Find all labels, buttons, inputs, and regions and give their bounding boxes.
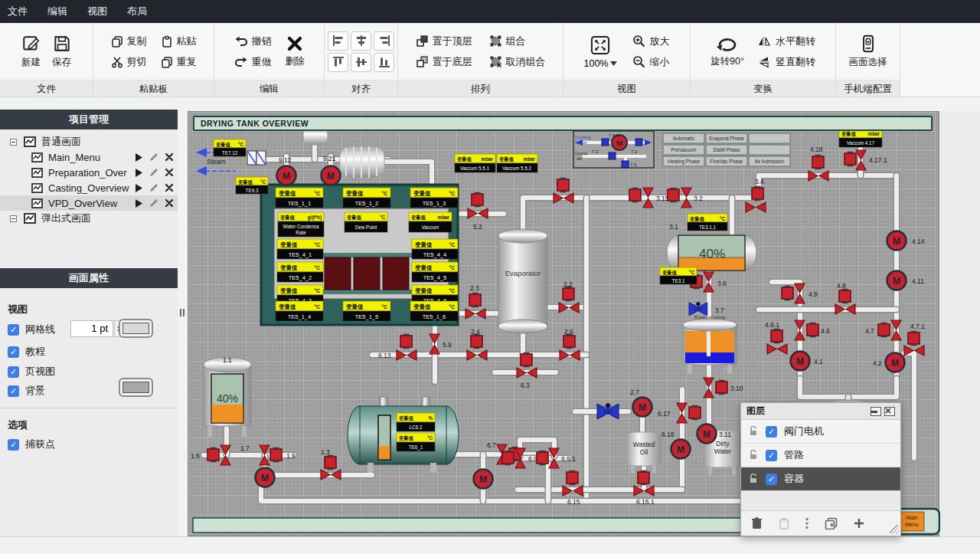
- svg-text:4.18: 4.18: [810, 146, 823, 153]
- screen-select-button[interactable]: 画面选择: [849, 34, 887, 69]
- evaporator-tank[interactable]: Evaporator: [498, 229, 547, 333]
- align-right-button[interactable]: [374, 31, 394, 51]
- scada-title-bar[interactable]: DRYING TANK OVERVIEW: [193, 116, 933, 131]
- align-top-button[interactable]: [328, 53, 348, 72]
- svg-text:Wasted: Wasted: [633, 441, 655, 448]
- align-left-button[interactable]: [328, 31, 348, 51]
- edit-pencil-icon[interactable]: [149, 183, 158, 192]
- run-icon[interactable]: [135, 153, 142, 162]
- menu-view[interactable]: 视图: [87, 5, 107, 18]
- redo-button[interactable]: 重做: [234, 55, 272, 69]
- layer-row-vessels[interactable]: ✓ 容器: [741, 467, 900, 491]
- toolbar-group-mobile-label: 手机端配置: [836, 80, 900, 97]
- screen-icon: [31, 152, 43, 162]
- gridline-color-swatch[interactable]: [119, 319, 153, 338]
- gridline-checkbox[interactable]: ✓: [8, 324, 19, 336]
- save-button[interactable]: 保存: [52, 34, 72, 69]
- unlock-icon[interactable]: [748, 450, 759, 461]
- tree-item-vpd-overview[interactable]: VPD_OverView: [0, 195, 178, 211]
- unlock-icon[interactable]: [748, 426, 759, 437]
- layer-visible-checkbox[interactable]: ✓: [766, 426, 777, 438]
- cooling-panel[interactable]: M Cooling Water Comp Air 7.6.1 7.3 7.2 7…: [573, 131, 654, 168]
- run-icon[interactable]: [135, 169, 142, 177]
- layers-panel-titlebar[interactable]: 图层: [741, 403, 900, 420]
- resize-handle[interactable]: [890, 525, 899, 534]
- flip-vertical-button[interactable]: 竖直翻转: [758, 55, 815, 69]
- delete-button[interactable]: 删除: [286, 34, 305, 68]
- svg-text:5.2: 5.2: [473, 223, 482, 231]
- heat-exchanger[interactable]: [247, 151, 266, 165]
- layer-row-piping[interactable]: ✓ 管路: [741, 444, 900, 467]
- ungroup-button[interactable]: 取消组合: [489, 55, 546, 69]
- duplicate-layer-icon[interactable]: [825, 517, 838, 529]
- add-layer-icon[interactable]: [854, 518, 864, 529]
- layer-visible-checkbox[interactable]: ✓: [766, 450, 777, 461]
- paste-icon[interactable]: [779, 517, 789, 529]
- gridline-width-input[interactable]: 1 pt: [70, 320, 113, 337]
- menu-edit[interactable]: 编辑: [47, 5, 67, 18]
- tank-1-1[interactable]: 1.1 40%: [204, 356, 251, 437]
- tree-item-preparation-overview[interactable]: Preparation_Over: [0, 165, 178, 180]
- snap-checkbox[interactable]: ✓: [8, 439, 19, 451]
- group-button[interactable]: 组合: [489, 34, 546, 48]
- zoom-caret-icon[interactable]: [610, 61, 617, 66]
- svg-text:3.2: 3.2: [694, 195, 703, 202]
- align-middle-v-button[interactable]: [351, 53, 371, 72]
- tree-group-popup-screens[interactable]: 弹出式画面: [0, 211, 178, 226]
- splitter-handle[interactable]: [180, 309, 186, 318]
- rotate-button[interactable]: 旋转90°: [710, 34, 744, 68]
- main-menu-button[interactable]: Main Menu: [897, 509, 939, 534]
- new-button[interactable]: 新建: [21, 34, 41, 69]
- svg-text:mbar: mbar: [868, 131, 880, 136]
- collapse-icon[interactable]: [10, 139, 17, 146]
- phase-button-grid[interactable]: Automatic Evaporat.Phase PreVacuum Disti…: [663, 133, 790, 166]
- background-color-swatch[interactable]: [119, 378, 153, 397]
- bring-to-front-button[interactable]: 置于顶层: [416, 34, 472, 48]
- more-icon[interactable]: [805, 517, 808, 529]
- align-bottom-button[interactable]: [374, 53, 394, 72]
- svg-text:4.8: 4.8: [837, 282, 846, 290]
- menu-layout[interactable]: 布局: [127, 5, 147, 18]
- duplicate-button[interactable]: 重复: [161, 55, 197, 69]
- tutorial-checkbox[interactable]: ✓: [8, 346, 19, 358]
- page-view-checkbox[interactable]: ✓: [8, 366, 19, 378]
- zoom-level-value[interactable]: 100%: [584, 58, 609, 69]
- paste-icon: [161, 35, 173, 48]
- delete-x-icon[interactable]: [165, 169, 173, 176]
- tank-level-value: 40%: [217, 392, 238, 405]
- unlock-icon[interactable]: [748, 474, 759, 484]
- zoom-out-icon: [632, 55, 645, 68]
- zoom-in-button[interactable]: 放大: [632, 34, 669, 48]
- layer-visible-checkbox[interactable]: ✓: [766, 474, 777, 485]
- run-icon[interactable]: [135, 199, 142, 208]
- separator-tank[interactable]: Seporator: [683, 313, 737, 374]
- zoom-fit-button[interactable]: 100%: [584, 34, 618, 69]
- cut-button[interactable]: 剪切: [111, 55, 147, 69]
- delete-x-icon[interactable]: [165, 199, 173, 207]
- layer-row-valve-motor[interactable]: ✓ 阀门电机: [741, 420, 900, 444]
- delete-x-icon[interactable]: [165, 184, 173, 192]
- edit-pencil-icon[interactable]: [149, 152, 158, 162]
- trash-icon[interactable]: [751, 517, 763, 529]
- flip-horizontal-button[interactable]: 水平翻转: [758, 34, 815, 48]
- close-icon[interactable]: [884, 407, 895, 416]
- align-center-h-button[interactable]: [351, 31, 371, 51]
- run-icon[interactable]: [135, 184, 142, 192]
- paste-button[interactable]: 粘贴: [161, 34, 197, 48]
- tree-item-casting-overview[interactable]: Casting_Overview: [0, 180, 178, 195]
- new-icon: [21, 34, 41, 54]
- background-checkbox[interactable]: ✓: [8, 385, 19, 397]
- zoom-out-button[interactable]: 缩小: [632, 55, 669, 69]
- menu-file[interactable]: 文件: [8, 5, 28, 18]
- collapse-icon[interactable]: [10, 215, 17, 222]
- edit-pencil-icon[interactable]: [149, 168, 158, 177]
- send-to-back-button[interactable]: 置于底层: [416, 55, 472, 69]
- minimize-icon[interactable]: [871, 407, 881, 416]
- edit-pencil-icon[interactable]: [149, 198, 158, 208]
- toolbar-group-file: 新建 保存 文件: [0, 23, 93, 97]
- tree-group-normal-screens[interactable]: 普通画面: [0, 134, 178, 149]
- delete-x-icon[interactable]: [165, 153, 173, 161]
- tree-item-main-menu[interactable]: Main_Menu: [0, 149, 178, 165]
- copy-button[interactable]: 复制: [111, 34, 147, 48]
- undo-button[interactable]: 撤销: [234, 34, 272, 48]
